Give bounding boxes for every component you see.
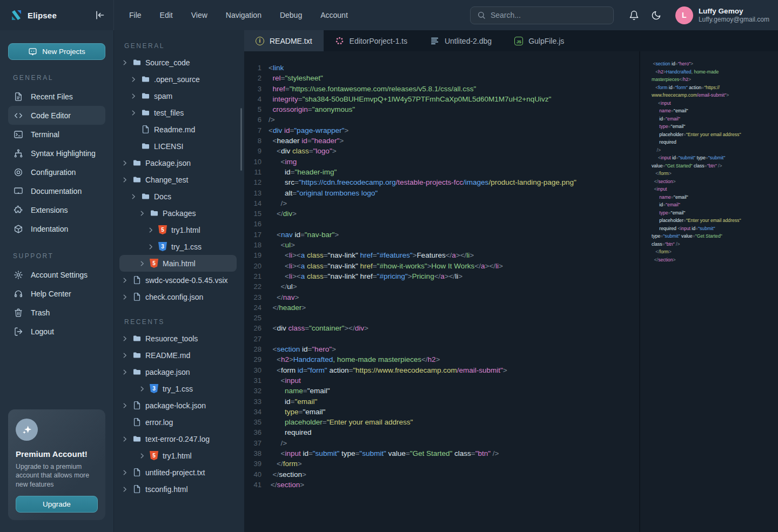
- code-line[interactable]: 6/>: [244, 115, 639, 125]
- tab-editorporject-1.ts[interactable]: EditorPorject-1.ts: [324, 30, 419, 51]
- dark-mode-moon-icon[interactable]: [651, 10, 661, 21]
- code-line[interactable]: 19 <li><a class="nav-link" href="#featur…: [244, 250, 639, 260]
- code-line[interactable]: 32 name="email": [244, 386, 639, 396]
- tree-item-source_code[interactable]: Source_code: [119, 54, 237, 71]
- chevron-right-icon[interactable]: [130, 93, 137, 99]
- code-line[interactable]: 1<link: [244, 63, 639, 73]
- chevron-right-icon[interactable]: [122, 59, 128, 66]
- chevron-right-icon[interactable]: [122, 177, 128, 183]
- code-line[interactable]: 37 />: [244, 438, 639, 448]
- tab-untlited-2.dbg[interactable]: Untlited-2.dbg: [419, 30, 503, 51]
- tree-item-try_1.css[interactable]: 3try_1.css: [119, 380, 237, 397]
- code-line[interactable]: 5 crossorigin="anonymous": [244, 104, 639, 115]
- code-line[interactable]: 26 <div class="container"></div>: [244, 323, 639, 333]
- tree-item-.open_source[interactable]: .open_source: [119, 71, 237, 87]
- code-line[interactable]: 25: [244, 313, 639, 323]
- code-line[interactable]: 21 <li><a class="nav-link" href="#pricin…: [244, 271, 639, 281]
- chevron-right-icon[interactable]: [130, 110, 137, 116]
- chevron-right-icon[interactable]: [122, 352, 128, 359]
- code-line[interactable]: 28 <section id="hero">: [244, 344, 639, 354]
- code-line[interactable]: 27: [244, 334, 639, 344]
- tree-item-resuorce_tools[interactable]: Resuorce_tools: [119, 330, 237, 347]
- sidebar-item-indentation[interactable]: Indentation: [8, 219, 105, 238]
- code-line[interactable]: 20 <li><a class="nav-link" href="#how-it…: [244, 261, 639, 271]
- notifications-bell-icon[interactable]: [629, 10, 639, 21]
- sidebar-item-code-editor[interactable]: Code Editor: [8, 106, 105, 125]
- tree-item-licensi[interactable]: LICENSI: [119, 138, 237, 154]
- tree-item-package.json[interactable]: Package.json: [119, 154, 237, 171]
- tree-item-swdc-vscode-0.5.45.vsix[interactable]: swdc-vscode-0.5.45.vsix: [119, 272, 237, 288]
- chevron-right-icon[interactable]: [139, 386, 145, 392]
- code-line[interactable]: 34 type="email": [244, 407, 639, 417]
- menu-item-view[interactable]: View: [191, 11, 207, 19]
- sidebar-item-help-center[interactable]: Help Center: [8, 284, 105, 303]
- upgrade-button[interactable]: Upgrade: [16, 496, 98, 513]
- sidebar-item-extensions[interactable]: Extensions: [8, 200, 105, 219]
- code-line[interactable]: 13 alt="original trombones logo": [244, 188, 639, 198]
- chevron-right-icon[interactable]: [139, 210, 145, 217]
- sidebar-item-recent-files[interactable]: Recent Files: [8, 87, 105, 106]
- tree-item-try1.html[interactable]: 5try1.html: [119, 447, 237, 464]
- sidebar-item-terminal[interactable]: Terminal: [8, 125, 105, 144]
- code-line[interactable]: 17 <nav id="nav-bar">: [244, 230, 639, 240]
- collapse-sidebar-icon[interactable]: [94, 10, 105, 21]
- code-line[interactable]: 9 <div class="logo">: [244, 146, 639, 156]
- chevron-right-icon[interactable]: [122, 402, 128, 409]
- code-line[interactable]: 15 </div>: [244, 208, 639, 219]
- tree-item-packages[interactable]: Packages: [119, 205, 237, 221]
- tree-item-readme.md[interactable]: Readme.md: [119, 121, 237, 138]
- sidebar-item-configuration[interactable]: Configuration: [8, 163, 105, 181]
- chevron-right-icon[interactable]: [122, 277, 128, 284]
- chevron-right-icon[interactable]: [122, 335, 128, 342]
- code-line[interactable]: 30 <form id="form" action="https://www.f…: [244, 365, 639, 375]
- code-line[interactable]: 4 integrity="sha384-50oBUHEmvpQ+1lW4y57P…: [244, 94, 639, 104]
- tree-item-package-lock.json[interactable]: package-lock.json: [119, 397, 237, 414]
- tree-item-test_files[interactable]: test_files: [119, 104, 237, 121]
- menu-item-account[interactable]: Account: [320, 11, 348, 19]
- tree-item-check.config.json[interactable]: check.config.json: [119, 288, 237, 305]
- code-line[interactable]: 35 placeholder="Enter your email address…: [244, 417, 639, 427]
- code-line[interactable]: 33 id="email": [244, 396, 639, 407]
- chevron-right-icon[interactable]: [147, 227, 154, 233]
- avatar[interactable]: L: [675, 6, 693, 24]
- code-line[interactable]: 8 <header id="header">: [244, 136, 639, 146]
- chevron-right-icon[interactable]: [147, 244, 154, 250]
- tree-item-readme.md[interactable]: README.md: [119, 347, 237, 363]
- search-input[interactable]: [491, 11, 607, 19]
- sidebar-item-documentation[interactable]: Documentation: [8, 181, 105, 200]
- user-profile[interactable]: L Luffy Gemoy Luffy.gemoy@gmail.com: [675, 6, 769, 24]
- menu-item-debug[interactable]: Debug: [280, 11, 302, 19]
- tree-item-try_1.css[interactable]: 3try_1.css: [119, 238, 237, 255]
- chevron-right-icon[interactable]: [122, 486, 128, 493]
- chevron-right-icon[interactable]: [139, 260, 145, 267]
- sidebar-item-syntax-highlighting[interactable]: Syntax Highlighting: [8, 144, 105, 163]
- tree-item-change_test[interactable]: Change_test: [119, 171, 237, 188]
- menu-item-edit[interactable]: Edit: [160, 11, 173, 19]
- tree-item-untlited-project.txt[interactable]: untlited-project.txt: [119, 464, 237, 481]
- sidebar-item-trash[interactable]: Trash: [8, 303, 105, 322]
- sidebar-item-account-settings[interactable]: Account Settings: [8, 265, 105, 284]
- code-line[interactable]: 41 </section>: [244, 480, 639, 490]
- chevron-right-icon[interactable]: [122, 469, 128, 476]
- code-line[interactable]: 3 href="https://use.fontawesome.com/rele…: [244, 84, 639, 94]
- code-line[interactable]: 38 <input id="submit" type="submit" valu…: [244, 448, 639, 459]
- code-line[interactable]: 7<div id="page-wrapper">: [244, 125, 639, 136]
- tree-item-docs[interactable]: Docs: [119, 188, 237, 205]
- search-box[interactable]: [470, 6, 614, 24]
- code-line[interactable]: 29 <h2>Handcrafted, home-made masterpiec…: [244, 354, 639, 365]
- tree-item-tsconfig.html[interactable]: tsconfig.html: [119, 481, 237, 497]
- code-line[interactable]: 2 rel="stylesheet": [244, 73, 639, 83]
- tab-readme.txt[interactable]: iREADME.txt: [244, 30, 324, 51]
- code-line[interactable]: 18 <ul>: [244, 240, 639, 250]
- code-line[interactable]: 31 <input: [244, 375, 639, 386]
- menu-item-file[interactable]: File: [129, 11, 142, 19]
- chevron-right-icon[interactable]: [130, 76, 137, 83]
- code-line[interactable]: 36 required: [244, 427, 639, 437]
- new-projects-button[interactable]: New Projects: [8, 43, 105, 60]
- code-line[interactable]: 40 </section>: [244, 469, 639, 480]
- chevron-right-icon[interactable]: [122, 436, 128, 442]
- tree-item-main.html[interactable]: 5Main.html: [119, 255, 237, 272]
- code-line[interactable]: 14 />: [244, 198, 639, 208]
- file-explorer-scrollbar[interactable]: [240, 108, 242, 171]
- sidebar-item-logout[interactable]: Logout: [8, 322, 105, 341]
